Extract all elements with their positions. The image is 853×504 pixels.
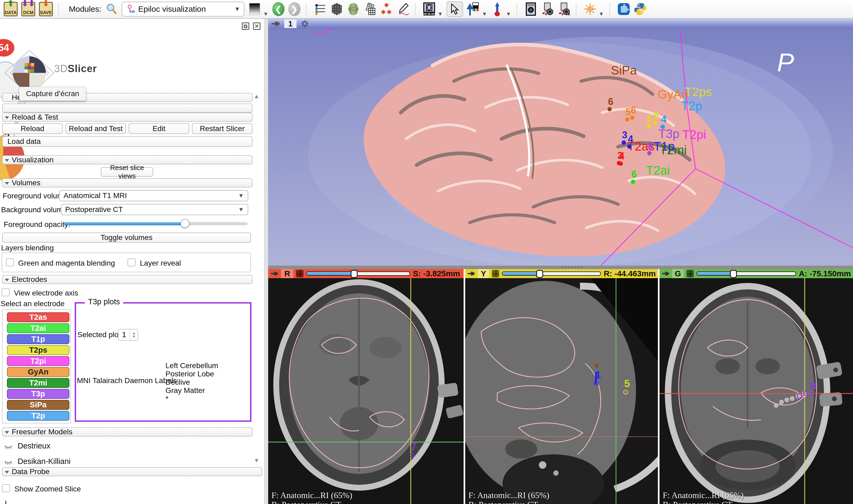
module-selector[interactable]: KM Epiloc visualization ▼ — [122, 2, 244, 17]
slice-model-icon[interactable] — [687, 270, 694, 277]
selected-plot-spinbox[interactable]: 1 ▲▼ — [118, 329, 138, 341]
chevron-down-icon[interactable]: ▼ — [506, 11, 511, 18]
adjust-window-level-icon[interactable] — [467, 3, 479, 16]
axial-ct-image — [268, 278, 464, 504]
pin-icon[interactable] — [661, 271, 669, 276]
electrode-button-t2pi[interactable]: T2pi — [7, 356, 69, 366]
pin-icon[interactable] — [270, 271, 278, 276]
pin-icon[interactable] — [271, 20, 280, 27]
data-probe-section-header[interactable]: Data Probe — [2, 467, 262, 476]
volume-rendering-icon[interactable] — [330, 3, 343, 16]
yellow-slice-slider[interactable] — [502, 271, 601, 276]
reset-slice-views-button[interactable]: Reset slice views — [101, 167, 153, 177]
foreground-volume-select[interactable]: Anatomical T1 MRI▼ — [59, 190, 248, 201]
yellow-slice-viewport[interactable]: F: Anatomic...RI (65%)B: Postoperative C… — [465, 278, 658, 504]
extensions-icon[interactable] — [617, 3, 630, 16]
slice-model-icon[interactable] — [296, 270, 304, 277]
epiloc-module-icon: KM — [126, 4, 135, 14]
yellow-slice-view[interactable]: Y R: -44.463mm — [465, 269, 658, 504]
load-data-button[interactable]: Load data — [2, 136, 253, 147]
chevron-down-icon[interactable]: ▼ — [263, 11, 269, 18]
place-fiducial-icon[interactable] — [491, 3, 504, 16]
red-slice-header: R S: -3.825mm — [268, 269, 464, 278]
layout-selector-icon[interactable] — [423, 3, 436, 16]
toolbar-separator — [58, 3, 61, 15]
restore-scene-view-icon[interactable] — [558, 3, 570, 16]
electrode-button-gyan[interactable]: GyAn — [7, 367, 69, 377]
toggle-volumes-button[interactable]: Toggle volumes — [2, 233, 251, 242]
screenshot-icon[interactable] — [524, 3, 537, 16]
chevron-down-icon[interactable]: ▼ — [438, 11, 443, 18]
red-slice-view[interactable]: R S: -3.825mm — [268, 269, 464, 504]
foreground-opacity-slider[interactable] — [63, 222, 248, 225]
chevron-down-icon[interactable]: ▼ — [482, 11, 487, 18]
crosshair-icon[interactable] — [584, 3, 597, 16]
restart-slicer-button[interactable]: Restart Slicer — [192, 123, 253, 134]
freesurfer-model-destrieux[interactable]: Destrieux — [4, 442, 51, 450]
layer-reveal-label: Layer reveal — [140, 259, 181, 268]
layer-reveal-checkbox[interactable] — [128, 258, 135, 266]
modules-label: Modules: — [69, 4, 102, 14]
green-slice-header: G A: -75.150mm — [659, 269, 853, 278]
view-tab-label[interactable]: 1 — [284, 19, 296, 28]
background-volume-select[interactable]: Postoperative CT▼ — [61, 204, 248, 215]
green-slice-viewport[interactable]: F: Anatomic...RI (65%)B: Postoperative C… — [659, 278, 853, 504]
spinbox-arrows[interactable]: ▲▼ — [130, 329, 138, 340]
threed-viewport[interactable]: SiPaGyAnT2psT2pT3pT2piT2asT1pT2miT2ai656… — [268, 29, 853, 266]
reload-and-test-button[interactable]: Reload and Test — [66, 123, 126, 134]
models-icon[interactable] — [347, 3, 360, 16]
red-slice-viewport[interactable]: F: Anatomic...RI (65%)B: Postoperative C… — [268, 278, 464, 504]
green-magenta-checkbox[interactable] — [6, 258, 14, 266]
electrode-button-t1p[interactable]: T1p — [7, 334, 69, 344]
transforms-icon[interactable] — [364, 3, 376, 16]
annotations-icon[interactable] — [397, 3, 410, 16]
scene-view-icon[interactable] — [541, 3, 554, 16]
visualization-section-header[interactable]: Visualization — [2, 155, 253, 164]
logo-text: 3DSlicer — [54, 63, 97, 74]
electrode-button-t3p[interactable]: T3p — [7, 389, 69, 399]
red-slice-slider[interactable] — [306, 271, 410, 276]
mouse-interaction-icon[interactable] — [447, 1, 463, 17]
electrodes-section-header[interactable]: Electrodes — [2, 275, 253, 284]
electrode-button-sipa[interactable]: SiPa — [7, 400, 69, 410]
panel-splitter[interactable] — [264, 19, 268, 504]
markups-icon[interactable]: ✱✱✱ — [380, 3, 393, 16]
module-search-icon[interactable] — [105, 3, 118, 16]
show-zoomed-slice-checkbox[interactable] — [2, 484, 10, 492]
load-data-icon[interactable]: ⬆DATA — [4, 2, 18, 16]
undo-icon[interactable]: ❮ — [272, 2, 285, 16]
redo-icon[interactable]: ❯ — [288, 2, 301, 16]
threed-view[interactable]: 1 — [268, 19, 853, 266]
volumes-section-header[interactable]: Volumes — [2, 178, 253, 187]
freesurfer-model-desikan-killiani[interactable]: Desikan-Killiani — [4, 457, 70, 466]
save-icon[interactable]: ⬇SAVE — [39, 2, 53, 16]
views-splitter[interactable] — [268, 266, 853, 269]
freesurfer-section-header[interactable]: Freesurfer Models — [2, 427, 253, 436]
slice-model-icon[interactable] — [492, 270, 499, 277]
scroll-up-icon[interactable]: ▲ — [254, 93, 259, 100]
pin-icon[interactable] — [467, 271, 475, 276]
empty-section-header[interactable] — [2, 104, 253, 113]
electrode-button-t2mi[interactable]: T2mi — [7, 378, 69, 388]
green-slice-view[interactable]: G A: -75.150mm — [659, 269, 853, 504]
edit-button[interactable]: Edit — [129, 123, 189, 134]
python-console-icon[interactable] — [634, 3, 647, 16]
view-options-icon[interactable] — [301, 20, 309, 28]
green-slice-slider[interactable] — [696, 271, 796, 276]
electrode-button-t2p[interactable]: T2p — [7, 411, 69, 421]
close-panel-button[interactable]: ✕ — [253, 22, 260, 30]
undock-panel-button[interactable]: ⧉ — [242, 22, 249, 30]
electrode-button-t2ps[interactable]: T2ps — [7, 345, 69, 355]
chevron-down-icon[interactable]: ▼ — [599, 11, 604, 18]
electrode-contact-marker: 5 — [625, 107, 631, 122]
scroll-down-icon[interactable]: ▼ — [254, 457, 259, 464]
toolbar-separator — [516, 3, 519, 15]
electrode-button-t2ai[interactable]: T2ai — [7, 323, 69, 333]
subject-hierarchy-icon[interactable] — [314, 3, 327, 16]
electrode-button-t2as[interactable]: T2as — [7, 312, 69, 322]
module-history-icon[interactable] — [248, 3, 261, 16]
reload-button[interactable]: Reload — [2, 123, 63, 134]
reload-test-section-header[interactable]: Reload & Test — [2, 113, 253, 122]
view-electrode-axis-checkbox[interactable] — [2, 288, 10, 296]
dicom-icon[interactable]: ⬇⬇DCM — [21, 2, 35, 16]
